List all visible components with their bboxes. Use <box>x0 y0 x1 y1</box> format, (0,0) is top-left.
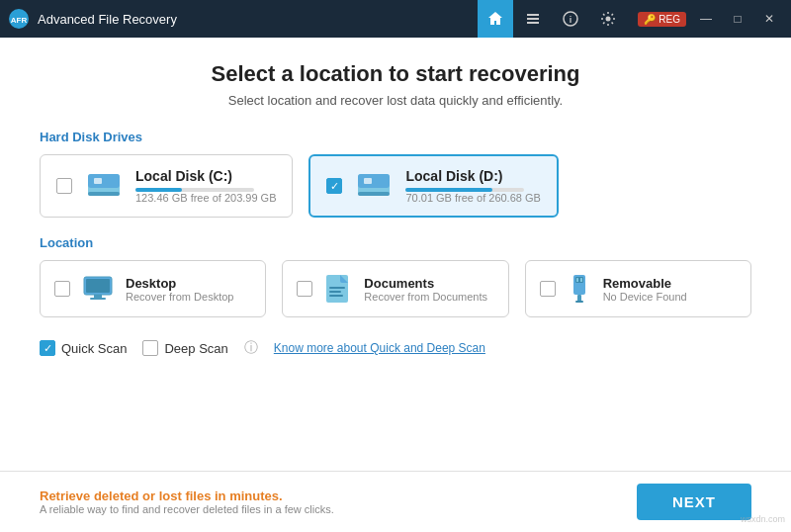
svg-rect-2 <box>527 14 539 16</box>
svg-point-7 <box>606 17 611 22</box>
svg-rect-24 <box>329 295 343 297</box>
svg-rect-14 <box>364 178 372 184</box>
drives-grid: Local Disk (C:) 123.46 GB free of 203.99… <box>40 154 751 218</box>
svg-rect-4 <box>527 22 539 24</box>
bottom-info-desc: A reliable way to find and recover delet… <box>40 503 334 515</box>
quick-scan-checkbox[interactable] <box>40 340 55 356</box>
removable-info: Removable No Device Found <box>603 276 687 303</box>
deep-scan-checkbox[interactable] <box>142 340 158 356</box>
register-icon: 🔑 <box>644 14 656 25</box>
desktop-desc: Recover from Desktop <box>126 291 233 303</box>
desktop-info: Desktop Recover from Desktop <box>126 276 233 303</box>
next-button[interactable]: NEXT <box>637 484 751 520</box>
location-label: Location <box>40 235 751 250</box>
drive-c-card[interactable]: Local Disk (C:) 123.46 GB free of 203.99… <box>40 154 293 218</box>
hard-disk-drives-label: Hard Disk Drives <box>40 130 751 144</box>
svg-rect-18 <box>94 295 102 298</box>
documents-info: Documents Recover from Documents <box>364 276 487 303</box>
app-logo: AFR <box>8 8 30 30</box>
svg-rect-19 <box>90 298 106 300</box>
drive-c-icon <box>84 168 124 204</box>
drive-c-info: Local Disk (C:) 123.46 GB free of 203.99… <box>135 168 276 204</box>
svg-text:AFR: AFR <box>11 16 28 25</box>
svg-rect-28 <box>580 278 582 282</box>
window-controls: — □ ✕ <box>692 8 783 30</box>
scan-info-icon: ⓘ <box>244 339 258 357</box>
drive-d-card[interactable]: Local Disk (D:) 70.01 GB free of 260.68 … <box>308 154 558 218</box>
location-grid: Desktop Recover from Desktop Documents R… <box>40 260 751 317</box>
desktop-name: Desktop <box>126 276 233 291</box>
drive-d-checkbox[interactable] <box>326 178 342 194</box>
location-removable-card[interactable]: Removable No Device Found <box>525 260 751 317</box>
documents-checkbox[interactable] <box>297 281 312 297</box>
deep-scan-label: Deep Scan <box>164 341 227 356</box>
drive-d-info: Local Disk (D:) 70.01 GB free of 260.68 … <box>405 168 540 204</box>
watermark: wsxdn.com <box>741 514 785 524</box>
svg-rect-27 <box>576 278 578 282</box>
desktop-icon <box>82 275 114 303</box>
nav-home-btn[interactable] <box>478 0 513 38</box>
svg-rect-30 <box>575 301 583 303</box>
drive-d-icon <box>354 168 394 204</box>
scan-learn-more-link[interactable]: Know more about Quick and Deep Scan <box>274 341 485 355</box>
drive-c-checkbox[interactable] <box>56 178 72 194</box>
quick-scan-option[interactable]: Quick Scan <box>40 340 127 356</box>
bottom-info-title: Retrieve deleted or lost files in minute… <box>40 488 334 503</box>
svg-text:i: i <box>570 15 572 25</box>
svg-rect-10 <box>94 178 102 184</box>
minimize-button[interactable]: — <box>692 8 720 30</box>
drive-c-size: 123.46 GB free of 203.99 GB <box>135 192 276 204</box>
desktop-checkbox[interactable] <box>54 281 70 297</box>
page-title: Select a location to start recovering <box>40 61 751 87</box>
svg-rect-3 <box>527 18 539 20</box>
nav-list-btn[interactable] <box>515 0 551 38</box>
svg-rect-22 <box>329 287 345 289</box>
scan-options: Quick Scan Deep Scan ⓘ Know more about Q… <box>40 331 751 365</box>
svg-rect-11 <box>88 192 120 196</box>
hard-disk-drives-section: Hard Disk Drives Local Disk (C:) 123.46 … <box>40 130 751 218</box>
svg-rect-20 <box>86 279 110 293</box>
documents-name: Documents <box>364 276 487 291</box>
removable-icon <box>568 273 591 305</box>
maximize-button[interactable]: □ <box>724 8 751 30</box>
bottom-info: Retrieve deleted or lost files in minute… <box>40 488 334 515</box>
svg-rect-23 <box>329 291 341 293</box>
removable-name: Removable <box>603 276 687 291</box>
svg-rect-9 <box>88 174 120 188</box>
location-documents-card[interactable]: Documents Recover from Documents <box>282 260 508 317</box>
removable-desc: No Device Found <box>603 291 687 303</box>
deep-scan-option[interactable]: Deep Scan <box>142 340 227 356</box>
drive-c-name: Local Disk (C:) <box>135 168 276 184</box>
page-subtitle: Select location and recover lost data qu… <box>40 93 751 108</box>
documents-icon <box>324 273 352 305</box>
removable-checkbox[interactable] <box>540 281 556 297</box>
close-button[interactable]: ✕ <box>755 8 783 30</box>
register-label: REG <box>659 14 680 25</box>
register-button[interactable]: 🔑 REG <box>638 12 686 27</box>
nav-info-btn[interactable]: i <box>553 0 588 38</box>
titlebar: AFR Advanced File Recovery i <box>0 0 791 38</box>
location-desktop-card[interactable]: Desktop Recover from Desktop <box>40 260 266 317</box>
titlebar-nav: i <box>478 0 626 38</box>
drive-d-size: 70.01 GB free of 260.68 GB <box>405 192 540 204</box>
documents-desc: Recover from Documents <box>364 291 487 303</box>
svg-rect-15 <box>358 192 390 196</box>
nav-settings-btn[interactable] <box>590 0 626 38</box>
location-section: Location Desktop Recover from Desktop <box>40 235 751 317</box>
drive-d-name: Local Disk (D:) <box>405 168 540 184</box>
bottom-bar: Retrieve deleted or lost files in minute… <box>0 471 791 532</box>
svg-rect-13 <box>358 174 390 188</box>
main-content: Select a location to start recovering Se… <box>0 38 791 471</box>
quick-scan-label: Quick Scan <box>61 341 127 356</box>
app-title: Advanced File Recovery <box>38 12 478 27</box>
